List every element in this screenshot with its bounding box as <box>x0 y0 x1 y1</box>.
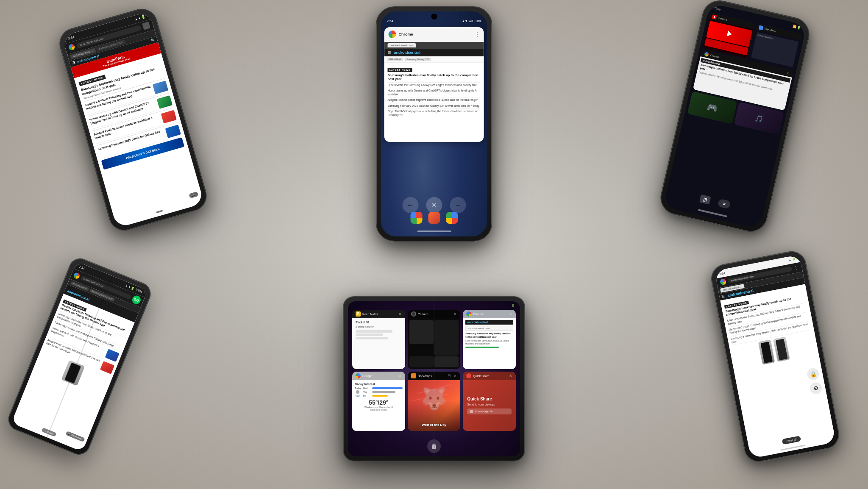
quickshare-icon <box>466 373 471 378</box>
cam-thumb4 <box>434 356 459 367</box>
tablet-url: androidcentral.com <box>465 326 513 331</box>
tablet-quickshare-card[interactable]: Quick Share ✕ Quick Share Send to your d… <box>463 372 516 431</box>
tablet-crease <box>434 301 434 456</box>
tc-headline2: Leak reveals the Samsung Galaxy S25 Edge… <box>388 83 481 87</box>
tc-headline3: Honor teams up with Gemini and ChatGPT's… <box>388 89 481 96</box>
qs-device1[interactable]: Honor Magic 10 <box>467 408 512 414</box>
br-icons: ▲ 🔋 <box>788 257 796 262</box>
quickshare-label: Quick Share <box>473 375 490 378</box>
weather-temp: 55°/29° <box>355 399 403 406</box>
camera-label: Camera <box>418 313 428 316</box>
tablet-google-card[interactable]: Google ✕ 10-day forecast Today <box>352 372 405 431</box>
bl-chrome-icon <box>73 272 81 280</box>
chrome-icon <box>466 311 471 317</box>
br-phone2-screen <box>776 339 788 360</box>
tc-back-button[interactable]: ← <box>402 197 418 213</box>
tl-screenshot-btn[interactable]: 📷 <box>189 192 198 198</box>
camera-close[interactable]: ✕ <box>453 312 457 316</box>
tc-dock-google[interactable] <box>446 212 458 224</box>
backdrops-close[interactable]: ✕ <box>453 374 457 378</box>
tl-menu-icon[interactable]: ⋮ <box>142 22 150 30</box>
br-settings-btn[interactable]: ⚙ <box>809 381 823 395</box>
keep-close[interactable]: ✕ <box>398 312 402 316</box>
br-hamburger[interactable]: ☰ <box>721 295 725 299</box>
tl-menu-hamburger[interactable]: ☰ <box>72 61 75 66</box>
phone-bottom-right: 2:34 ▲ 🔋 androidcentral.com ⋮ androidcen… <box>709 249 842 465</box>
f-fri: Fri <box>363 395 371 397</box>
tc-headline5: Samsung February 2025 patch for Galaxy S… <box>388 104 481 108</box>
tablet-center-screen: 🔋 📝 Keep Notes ✕ <box>348 301 520 456</box>
tc-chrome-icon <box>389 31 396 38</box>
f-wed: Wed <box>363 387 371 389</box>
bl-article2-thumb <box>100 361 114 374</box>
tc-forward-button[interactable]: → <box>450 197 466 213</box>
tc-punch-hole <box>431 14 437 19</box>
tr-time: Time <box>714 7 721 11</box>
br-menu[interactable]: ⋮ <box>793 264 799 271</box>
top-center-screen: 2:54 ▲▼ WiFi 18% Chrome ⋮ androidcentral… <box>381 11 487 236</box>
br-time: 2:34 <box>719 271 726 275</box>
bl-screenshot-label: Screenshot <box>71 434 83 441</box>
tc-site-content: ☰ androidcentral TRENDING Samsung Galaxy… <box>384 49 484 142</box>
tc-dock-chrome[interactable] <box>410 212 422 224</box>
lock-icon: 🔒 <box>809 370 817 378</box>
tr-chrome-close[interactable]: ✕ <box>786 71 790 75</box>
qs-title: Quick Share <box>467 397 512 401</box>
backdrops-search[interactable]: 🔍 <box>448 374 452 378</box>
bl-screenshot-btn[interactable]: 📷 Screenshot <box>65 431 85 442</box>
phone-top-right: Time 📶 🔋 YouTube <box>657 0 813 235</box>
br-phone1-screen <box>760 342 773 363</box>
tc-chip-s25[interactable]: Samsung Galaxy S25 <box>404 58 431 61</box>
tc-menu-dots[interactable]: ⋮ <box>475 31 480 37</box>
tc-content: 2:54 ▲▼ WiFi 18% Chrome ⋮ androidcentral… <box>381 11 487 236</box>
phone-bottom-left: 2:34 ▲ ♦ 🔋 100% androidcentral.com GO an… <box>5 255 154 458</box>
tl-time: 3:34 <box>67 35 75 41</box>
scene: 3:34 ▲ ♦ 🔋 androidcentral.com ⋮ androidc… <box>0 0 868 489</box>
tc-headline4: Alleged Pixel 9a cases might've solidifi… <box>388 98 481 102</box>
keep-label: Keep Notes <box>362 313 378 316</box>
tc-headline1: Samsung's batteries may finally catch up… <box>388 73 481 81</box>
tc-chrome-card[interactable]: Chrome ⋮ androidcentral.com ☰ androidcen… <box>384 27 484 142</box>
bl-go-button[interactable]: GO <box>131 295 142 306</box>
tc-active-tab[interactable]: androidcentral.com <box>388 43 416 47</box>
br-home-bar <box>780 445 805 450</box>
quickshare-content: Quick Share Send to your devices Honor M… <box>463 380 516 431</box>
bl-time: 2:34 <box>78 265 85 270</box>
backdrops-label: Backdrops <box>418 375 432 378</box>
settings-icon: ⚙ <box>813 385 819 392</box>
br-lock-btn[interactable]: 🔒 <box>806 367 820 381</box>
tablet-chrome-card[interactable]: Chrome ✕ androidcentral androidcentral.c… <box>463 310 516 369</box>
backdrops-icon <box>411 373 416 378</box>
bl-screen: 2:34 ▲ ♦ 🔋 100% androidcentral.com GO an… <box>11 261 148 452</box>
tr-close-all[interactable]: ✕ <box>718 199 731 209</box>
tc-app-name: Chrome <box>399 32 472 36</box>
quickshare-close[interactable]: ✕ <box>509 374 512 378</box>
tl-search-icon[interactable]: 🔍 <box>150 38 156 43</box>
keep-lines <box>356 330 402 339</box>
f-rain1: Rain <box>356 395 360 397</box>
tr-nav-buttons: ||| ✕ <box>699 194 731 209</box>
google-close[interactable]: ✕ <box>398 374 402 378</box>
tc-status-icons: ▲▼ WiFi 18% <box>462 19 481 22</box>
camera-icon <box>411 311 416 317</box>
tc-close-button[interactable]: ✕ <box>426 197 442 213</box>
tl-article1-thumb <box>153 81 168 94</box>
tc-dock-app2[interactable] <box>428 212 440 224</box>
top-right-screen: Time 📶 🔋 YouTube <box>663 3 807 229</box>
tr-tiny-icon <box>758 25 763 30</box>
f-icon1 <box>356 390 359 394</box>
tablet-keep-card[interactable]: 📝 Keep Notes ✕ Racket 92 3-prong adapter <box>352 310 405 369</box>
tc-tab-url: androidcentral.com <box>391 44 413 47</box>
tl-select-btn[interactable] <box>156 210 163 213</box>
tr-recents-btn[interactable]: ||| <box>699 194 711 205</box>
tl-article4-thumb <box>165 125 181 138</box>
google-label: Google <box>362 375 372 378</box>
qs-device1-name: Honor Magic 10 <box>475 410 492 413</box>
keep-icon: 📝 <box>356 311 361 317</box>
tc-hamburger[interactable]: ☰ <box>388 51 391 55</box>
tc-chip-trending[interactable]: TRENDING <box>387 58 403 61</box>
f-thu: Thu <box>363 391 371 393</box>
qs-device1-icon <box>470 410 473 413</box>
f-day1: Today <box>355 387 361 389</box>
chrome-close[interactable]: ✕ <box>509 312 512 316</box>
